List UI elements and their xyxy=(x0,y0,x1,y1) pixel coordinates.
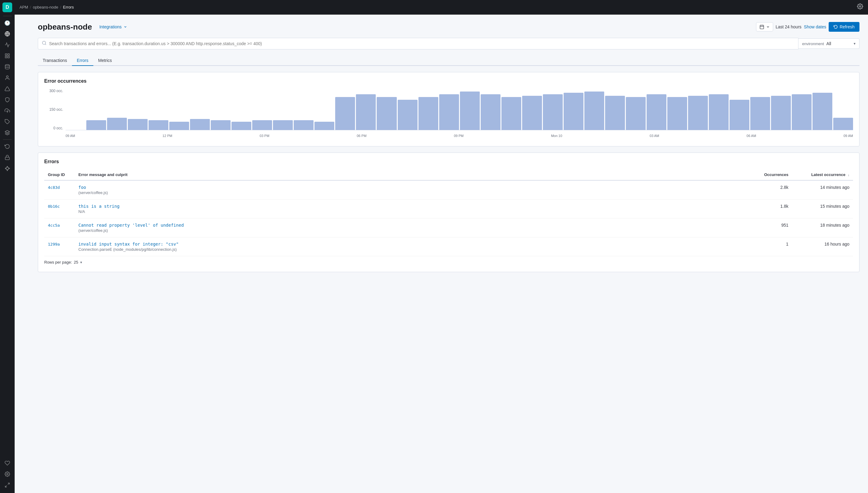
chart-bar xyxy=(667,97,687,130)
environment-select[interactable]: environment All ▾ xyxy=(799,39,860,49)
chart-bar xyxy=(813,93,832,130)
chart-bar xyxy=(419,97,438,130)
col-latest: Latest occurrence ↓ xyxy=(792,169,853,180)
chart-bar xyxy=(252,120,272,130)
col-group-id: Group ID xyxy=(44,169,75,180)
calendar-button[interactable] xyxy=(756,22,773,31)
cell-latest: 16 hours ago xyxy=(792,237,853,256)
chart-bar xyxy=(294,120,314,130)
error-message[interactable]: foo xyxy=(79,185,746,190)
col-occurrences: Occurrences xyxy=(749,169,792,180)
sidebar-icon-grid[interactable] xyxy=(2,51,12,61)
cell-latest: 14 minutes ago xyxy=(792,180,853,199)
cell-latest: 18 minutes ago xyxy=(792,218,853,237)
sidebar-icon-layers[interactable] xyxy=(2,128,12,137)
group-id-link[interactable]: 0b16c xyxy=(48,204,60,209)
refresh-button[interactable]: Refresh xyxy=(829,22,860,32)
chart-x-labels: 09 AM12 PM03 PM06 PM09 PMMon 1003 AM06 A… xyxy=(66,134,853,137)
chart-bar xyxy=(584,91,604,130)
sidebar-icon-chart[interactable] xyxy=(2,40,12,50)
page-title: opbeans-node xyxy=(38,22,92,32)
chart-bar xyxy=(460,91,480,130)
sidebar-icon-refresh[interactable] xyxy=(2,142,12,151)
chart-bar xyxy=(481,94,500,130)
page-header: opbeans-node Integrations Last 24 hours … xyxy=(38,22,860,32)
chart-bar xyxy=(128,119,148,130)
sidebar-icon-heart[interactable] xyxy=(2,458,12,468)
sidebar-icon-database[interactable] xyxy=(2,62,12,72)
breadcrumb-apm[interactable]: APM xyxy=(20,5,28,9)
sidebar-divider-2 xyxy=(3,140,12,140)
rows-per-page-chevron-icon: ▾ xyxy=(80,260,82,264)
integrations-button[interactable]: Integrations xyxy=(99,24,127,29)
sidebar-icon-package[interactable] xyxy=(2,106,12,115)
svg-rect-16 xyxy=(760,25,764,29)
chart-bar xyxy=(377,97,397,130)
chart-bar xyxy=(211,120,230,130)
sidebar-icon-expand[interactable] xyxy=(2,480,12,490)
sidebar-icon-person[interactable] xyxy=(2,73,12,83)
search-icon xyxy=(42,41,47,47)
svg-line-21 xyxy=(45,44,46,45)
chart-area: 300 occ. 150 occ. 0 occ. 09 AM12 PM03 PM… xyxy=(44,89,853,137)
chart-bar xyxy=(107,118,127,130)
topbar-settings-icon[interactable] xyxy=(857,3,863,11)
svg-rect-11 xyxy=(6,167,8,170)
chart-bars xyxy=(66,89,853,130)
chart-bar xyxy=(398,100,418,130)
cell-occurrences: 951 xyxy=(749,218,792,237)
rows-per-page[interactable]: Rows per page: 25 ▾ xyxy=(44,260,82,264)
cell-occurrences: 1 xyxy=(749,237,792,256)
cell-message: foo (server/coffee.js) xyxy=(75,180,749,199)
search-row: environment All ▾ xyxy=(38,38,860,49)
chart-bar xyxy=(626,97,646,130)
error-message[interactable]: Cannot read property 'level' of undefine… xyxy=(79,223,746,228)
chart-title: Error occurrences xyxy=(44,79,853,84)
topbar-right xyxy=(857,3,863,11)
app-logo[interactable]: D xyxy=(2,2,12,12)
error-message[interactable]: this is a string xyxy=(79,204,746,209)
sidebar-icon-clock[interactable]: 🕐 xyxy=(2,18,12,28)
error-message[interactable]: invalid input syntax for integer: "csv" xyxy=(79,242,746,246)
sort-icon[interactable]: ↓ xyxy=(848,173,850,177)
breadcrumb-current: Errors xyxy=(63,5,74,9)
group-id-link[interactable]: 4cc5a xyxy=(48,223,60,228)
chart-bar xyxy=(688,96,708,130)
sidebar-divider-1 xyxy=(3,16,12,16)
sidebar-icon-triangle[interactable] xyxy=(2,84,12,94)
chart-bar xyxy=(792,94,811,130)
chart-bar xyxy=(356,94,376,130)
tab-errors[interactable]: Errors xyxy=(72,56,93,66)
svg-point-5 xyxy=(5,65,9,66)
cell-message: invalid input syntax for integer: "csv" … xyxy=(75,237,749,256)
sidebar-icon-settings[interactable] xyxy=(2,469,12,479)
chart-bar xyxy=(709,94,729,130)
sidebar-icon-tag[interactable] xyxy=(2,117,12,127)
sidebar-icon-globe[interactable] xyxy=(2,29,12,39)
sidebar-icon-cpu[interactable] xyxy=(2,164,12,173)
svg-point-20 xyxy=(42,41,46,45)
cell-message: Cannot read property 'level' of undefine… xyxy=(75,218,749,237)
sidebar-icon-lock[interactable] xyxy=(2,152,12,162)
table-row: 0b16c this is a string N/A 1.8k 15 minut… xyxy=(44,199,853,218)
svg-point-6 xyxy=(6,76,8,78)
svg-rect-10 xyxy=(5,157,9,159)
tab-metrics[interactable]: Metrics xyxy=(93,56,117,66)
environment-value: All xyxy=(826,41,854,46)
breadcrumb-opbeans[interactable]: opbeans-node xyxy=(33,5,58,9)
chart-bar xyxy=(730,100,749,130)
group-id-link[interactable]: 1299a xyxy=(48,242,60,246)
sidebar-icon-shield[interactable] xyxy=(2,95,12,105)
show-dates-button[interactable]: Show dates xyxy=(804,24,826,29)
chart-bar xyxy=(605,96,625,130)
cell-group-id: 4c83d xyxy=(44,180,75,199)
cell-group-id: 0b16c xyxy=(44,199,75,218)
group-id-link[interactable]: 4c83d xyxy=(48,185,60,190)
chart-bar xyxy=(502,97,521,130)
chart-bar xyxy=(771,96,791,130)
error-culprit: (server/coffee.js) xyxy=(79,228,746,233)
chart-bar xyxy=(522,96,542,130)
search-input[interactable] xyxy=(49,41,795,46)
chart-bar xyxy=(564,93,583,130)
tab-transactions[interactable]: Transactions xyxy=(38,56,72,66)
